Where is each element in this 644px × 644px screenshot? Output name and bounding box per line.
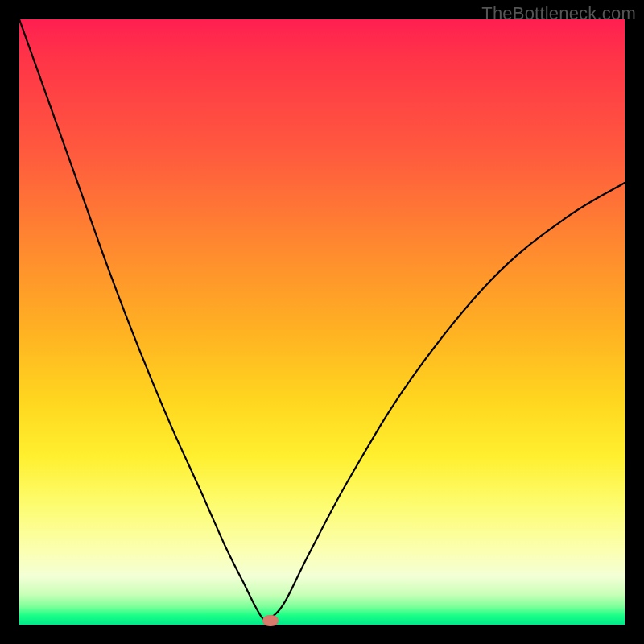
optimum-marker xyxy=(262,615,279,626)
plot-area xyxy=(19,19,625,625)
chart-frame: TheBottleneck.com xyxy=(0,0,644,644)
watermark-text: TheBottleneck.com xyxy=(481,3,636,24)
bottleneck-curve xyxy=(19,19,625,625)
